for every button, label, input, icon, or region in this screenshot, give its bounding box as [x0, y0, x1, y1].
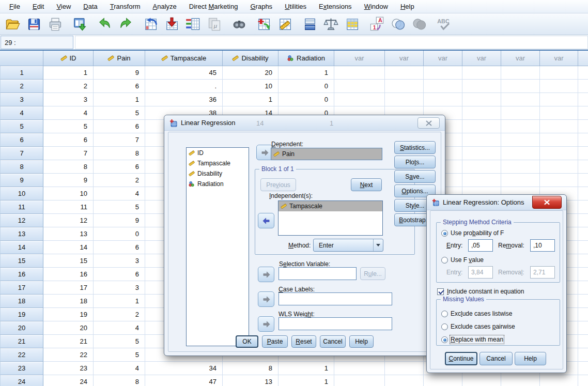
cell-var[interactable]: [501, 80, 540, 93]
variables-icon[interactable]: [182, 14, 204, 34]
open-data-icon[interactable]: [2, 14, 23, 34]
cell-pain[interactable]: 4: [94, 362, 145, 375]
cell-id[interactable]: 11: [43, 200, 94, 214]
cell-disability[interactable]: 1: [223, 93, 278, 106]
cell-var[interactable]: [578, 187, 588, 200]
cell-var[interactable]: [501, 93, 540, 106]
cell-pain[interactable]: 5: [94, 335, 145, 348]
column-header-var[interactable]: var: [424, 51, 462, 66]
cell-pain[interactable]: 6: [94, 268, 145, 281]
cell-var[interactable]: [578, 241, 588, 254]
use-probability-of-f-radio[interactable]: [441, 230, 448, 237]
cell-editor[interactable]: [75, 36, 588, 49]
menu-help[interactable]: Help: [394, 1, 421, 12]
value-labels-icon[interactable]: A1: [366, 14, 388, 34]
help-button[interactable]: Help: [349, 335, 374, 348]
cell-id[interactable]: 7: [43, 147, 94, 160]
cell-id[interactable]: 5: [43, 120, 94, 133]
use-variable-sets-icon[interactable]: [388, 14, 409, 34]
row-header[interactable]: 18: [0, 295, 43, 308]
menu-utilities[interactable]: Utilities: [278, 1, 313, 12]
cell-var[interactable]: [578, 147, 588, 160]
cell-var[interactable]: [540, 174, 578, 187]
cell-var[interactable]: [385, 375, 424, 386]
cell-id[interactable]: 21: [43, 335, 94, 348]
cell-radiation[interactable]: 1: [278, 66, 334, 80]
menu-direct-marketing[interactable]: Direct Marketing: [183, 1, 244, 12]
include-constant-checkbox[interactable]: [437, 288, 444, 295]
cell-var[interactable]: [578, 281, 588, 295]
cell-pain[interactable]: 1: [94, 295, 145, 308]
row-header[interactable]: 13: [0, 227, 43, 241]
redo-icon[interactable]: [115, 14, 136, 34]
cell-var[interactable]: [424, 375, 462, 386]
cell-pain[interactable]: 6: [94, 120, 145, 133]
ok-button[interactable]: OK: [236, 335, 258, 348]
cell-var[interactable]: [578, 160, 588, 174]
cell-var[interactable]: [578, 120, 588, 133]
cell-pain[interactable]: 8: [94, 147, 145, 160]
menu-extensions[interactable]: Extensions: [313, 1, 358, 12]
cell-var[interactable]: [501, 133, 540, 147]
cell-var[interactable]: [578, 200, 588, 214]
cell-id[interactable]: 2: [43, 80, 94, 93]
row-header[interactable]: 7: [0, 147, 43, 160]
cell-var[interactable]: [501, 120, 540, 133]
cell-var[interactable]: [424, 93, 462, 106]
move-to-case-labels-button[interactable]: [258, 291, 274, 307]
cell-var[interactable]: [334, 375, 385, 386]
cell-id[interactable]: 14: [43, 241, 94, 254]
cell-var[interactable]: [578, 174, 588, 187]
cell-var[interactable]: [540, 120, 578, 133]
menu-transform[interactable]: Transform: [104, 1, 147, 12]
column-header-var[interactable]: var: [578, 51, 588, 66]
removal-field[interactable]: ,10: [530, 239, 555, 252]
cell-var[interactable]: [501, 147, 540, 160]
row-header[interactable]: 22: [0, 348, 43, 362]
help-button[interactable]: Help: [515, 352, 546, 365]
replace-with-mean-label[interactable]: Replace with mean: [451, 336, 503, 343]
row-header[interactable]: 8: [0, 160, 43, 174]
column-header-disability[interactable]: Disability: [223, 51, 278, 66]
cell-var[interactable]: [540, 160, 578, 174]
column-header-var[interactable]: var: [540, 51, 578, 66]
cell-var[interactable]: [578, 133, 588, 147]
cell-var[interactable]: [462, 174, 501, 187]
cell-pain[interactable]: 2: [94, 174, 145, 187]
row-header[interactable]: 9: [0, 174, 43, 187]
cell-var[interactable]: [385, 66, 424, 80]
cell-disability[interactable]: 13: [223, 375, 278, 386]
cell-id[interactable]: 17: [43, 281, 94, 295]
cell-id[interactable]: 1: [43, 66, 94, 80]
use-f-value-label[interactable]: Use F value: [451, 256, 484, 264]
cell-id[interactable]: 6: [43, 133, 94, 147]
cell-disability[interactable]: 10: [223, 80, 278, 93]
row-header[interactable]: 17: [0, 281, 43, 295]
save-button[interactable]: Save...: [394, 170, 436, 183]
cell-radiation[interactable]: 1: [278, 375, 334, 386]
cell-tampascale[interactable]: 36: [145, 93, 223, 106]
cell-pain[interactable]: 5: [94, 200, 145, 214]
menu-data[interactable]: Data: [77, 1, 103, 12]
cell-var[interactable]: [578, 308, 588, 321]
exclude-pairwise-radio[interactable]: [441, 323, 448, 330]
cell-var[interactable]: [501, 375, 540, 386]
cell-pain[interactable]: 6: [94, 241, 145, 254]
row-header[interactable]: 4: [0, 106, 43, 120]
cell-pain[interactable]: 0: [94, 227, 145, 241]
cell-var[interactable]: [578, 106, 588, 120]
row-header[interactable]: 23: [0, 362, 43, 375]
dialog-title-bar[interactable]: Linear Regression 14 1: [164, 115, 445, 131]
cell-var[interactable]: [578, 254, 588, 268]
cell-var[interactable]: [540, 80, 578, 93]
cell-var[interactable]: [334, 80, 385, 93]
insert-cases-icon[interactable]: [253, 14, 274, 34]
use-f-value-radio[interactable]: [441, 257, 448, 264]
cell-var[interactable]: [578, 214, 588, 227]
cell-pain[interactable]: 9: [94, 214, 145, 227]
cell-id[interactable]: 4: [43, 106, 94, 120]
cell-id[interactable]: 24: [43, 375, 94, 386]
cell-tampascale[interactable]: 47: [145, 375, 223, 386]
cell-var[interactable]: [578, 348, 588, 362]
column-header-pain[interactable]: Pain: [94, 51, 145, 66]
